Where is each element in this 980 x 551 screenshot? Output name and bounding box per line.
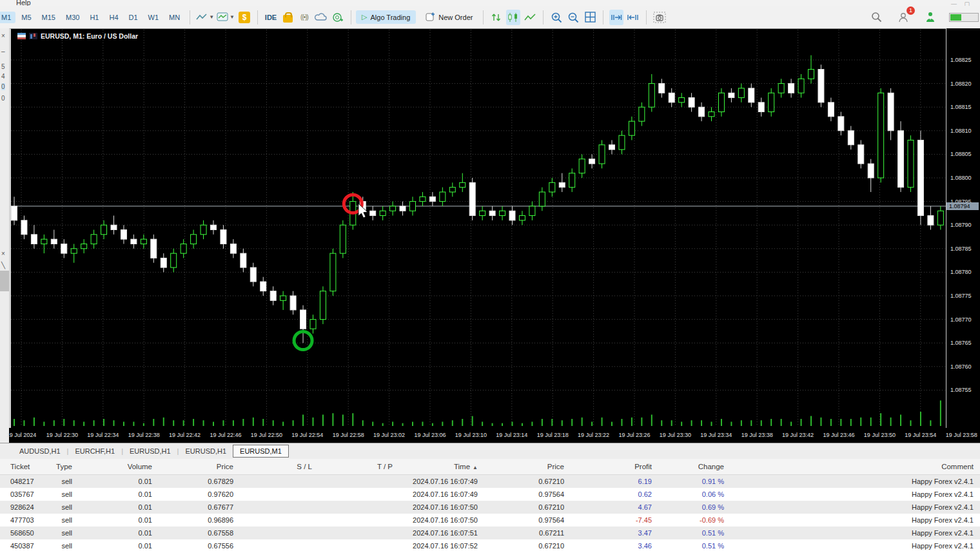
- community-button[interactable]: [331, 10, 345, 25]
- chart-tab-eurchf-h1[interactable]: EURCHF,H1: [68, 445, 121, 457]
- bull-candle: [778, 84, 784, 93]
- separator: [603, 10, 603, 24]
- cell-time: 2024.07.16 16:07:49: [397, 478, 482, 485]
- auto-scroll-button[interactable]: [609, 10, 623, 25]
- column-header-change[interactable]: Change: [656, 463, 728, 470]
- cell-comment: Happy Forex v2.4.1: [728, 516, 980, 524]
- bear-candle: [868, 164, 874, 178]
- chart-type-dropdown[interactable]: ▼: [196, 10, 214, 25]
- column-header-tp[interactable]: T / P: [316, 463, 397, 470]
- cell-price2: 0.97564: [482, 490, 568, 498]
- bull-candle: [709, 112, 714, 117]
- profile-level-button[interactable]: [923, 10, 937, 25]
- time-axis-label: 19 Jul 23:58: [946, 432, 977, 438]
- bull-candle: [629, 121, 634, 135]
- chart-tab-eurusd-h1[interactable]: EURUSD,H1: [123, 445, 177, 457]
- timeframe-h4[interactable]: H4: [104, 12, 122, 23]
- bear-candle: [848, 131, 854, 145]
- column-header-price[interactable]: Price: [482, 463, 568, 470]
- bear-candle: [429, 197, 435, 201]
- bear-candle: [250, 267, 256, 282]
- time-axis-label: 19 Jul 22:50: [251, 432, 282, 438]
- timeframe-m1[interactable]: M1: [0, 12, 15, 23]
- signals-button[interactable]: ((•)): [297, 10, 311, 25]
- chart-tab-audusd-h1[interactable]: AUDUSD,H1: [13, 445, 67, 457]
- time-axis-label: 19 Jul 23:26: [618, 432, 650, 438]
- candlestick-style-button[interactable]: [506, 10, 520, 25]
- bull-candle: [191, 235, 197, 244]
- candlestick-chart[interactable]: [11, 28, 946, 428]
- timeframe-d1[interactable]: D1: [124, 12, 142, 23]
- notification-badge: 1: [906, 6, 915, 15]
- minimize-icon[interactable]: —: [951, 1, 957, 6]
- chart-title: EURUSD, M1: Euro / US Dollar: [41, 32, 138, 40]
- tile-windows-button[interactable]: [583, 10, 597, 25]
- column-header-time[interactable]: Time▲: [397, 463, 482, 470]
- timeframe-m15[interactable]: M15: [37, 12, 60, 23]
- panel-close-icon[interactable]: ×: [1, 32, 5, 39]
- zoom-in-button[interactable]: [549, 10, 564, 25]
- bear-candle: [12, 206, 17, 220]
- column-header-sl[interactable]: S / L: [237, 463, 316, 470]
- market-dollar-button[interactable]: $: [237, 10, 251, 25]
- column-header-type[interactable]: Type: [45, 463, 76, 470]
- timeframe-w1[interactable]: W1: [144, 12, 164, 23]
- column-header-ticket[interactable]: Ticket: [0, 463, 45, 470]
- timeframe-mn[interactable]: MN: [164, 12, 184, 23]
- bear-candle: [509, 211, 515, 220]
- bear-candle: [240, 253, 246, 267]
- cell-volume: 0.01: [76, 516, 156, 524]
- position-row[interactable]: 048217sell0.010.678292024.07.16 16:07:49…: [0, 475, 980, 488]
- column-header-volume[interactable]: Volume: [76, 463, 156, 470]
- maximize-icon[interactable]: ▢: [964, 1, 970, 6]
- chart-tab-eurusd-m1[interactable]: EURUSD,M1: [233, 445, 289, 458]
- dollar-icon: $: [239, 12, 250, 23]
- position-row[interactable]: 928624sell0.010.676772024.07.16 16:07:50…: [0, 501, 980, 514]
- column-header-price[interactable]: Price: [156, 463, 237, 470]
- line-style-button[interactable]: [523, 10, 537, 25]
- price-axis-label: 1.08805: [950, 151, 980, 157]
- chart-screenshot-button[interactable]: [652, 10, 667, 25]
- indicators-dropdown[interactable]: ▼: [217, 10, 235, 25]
- time-axis-label: 19 Jul 23:10: [455, 432, 487, 438]
- zoom-out-button[interactable]: [566, 10, 580, 25]
- menu-help[interactable]: Help: [16, 0, 31, 6]
- bull-candle: [808, 70, 814, 79]
- bear-candle: [917, 140, 923, 215]
- vps-button[interactable]: [314, 10, 328, 25]
- bull-candle: [320, 291, 326, 320]
- position-row[interactable]: 477703sell0.010.968962024.07.16 16:07:50…: [0, 514, 980, 527]
- candlestick-icon: [507, 12, 519, 23]
- timeframe-m5[interactable]: M5: [17, 12, 35, 23]
- column-header-profit[interactable]: Profit: [568, 463, 656, 470]
- column-header-comment[interactable]: Comment: [728, 463, 980, 470]
- bear-candle: [400, 206, 406, 211]
- search-button[interactable]: [869, 10, 883, 25]
- algo-trading-button[interactable]: ▷ Algo Trading: [356, 10, 416, 24]
- separator: [257, 10, 258, 24]
- panel-close-icon[interactable]: ×: [1, 250, 5, 257]
- time-axis-label: 19 Jul 22:38: [128, 432, 160, 438]
- time-axis-label: 19 Jul 22:46: [210, 432, 241, 438]
- position-row[interactable]: 568650sell0.010.675582024.07.16 16:07:51…: [0, 527, 980, 539]
- bear-candle: [61, 244, 67, 253]
- time-axis-label: 19 Jul 23:42: [782, 432, 814, 438]
- position-row[interactable]: 450387sell0.010.675562024.07.16 16:07:52…: [0, 539, 980, 551]
- bull-candle: [937, 211, 943, 225]
- chart-tab-eurusd-h1[interactable]: EURUSD,H1: [179, 445, 233, 457]
- time-axis-label: 19 Jul 23:30: [660, 432, 691, 438]
- position-row[interactable]: 035767sell0.010.976202024.07.16 16:07:49…: [0, 488, 980, 501]
- cell-volume: 0.01: [76, 503, 156, 511]
- time-axis-label: 19 Jul 23:06: [414, 432, 446, 438]
- timeframe-m30[interactable]: M30: [61, 12, 84, 23]
- metaeditor-button[interactable]: IDE: [264, 10, 278, 25]
- timeframe-h1[interactable]: H1: [85, 12, 103, 23]
- chart-shift-button[interactable]: [626, 10, 640, 25]
- time-axis-label: 19 Jul 23:14: [496, 432, 527, 438]
- cell-type: sell: [45, 503, 76, 511]
- cell-price2: 0.67210: [482, 478, 568, 485]
- notifications-button[interactable]: 1: [896, 10, 910, 25]
- market-store-button[interactable]: [280, 10, 295, 25]
- new-order-button[interactable]: New Order: [420, 10, 478, 24]
- bar-chart-style-button[interactable]: [489, 10, 504, 25]
